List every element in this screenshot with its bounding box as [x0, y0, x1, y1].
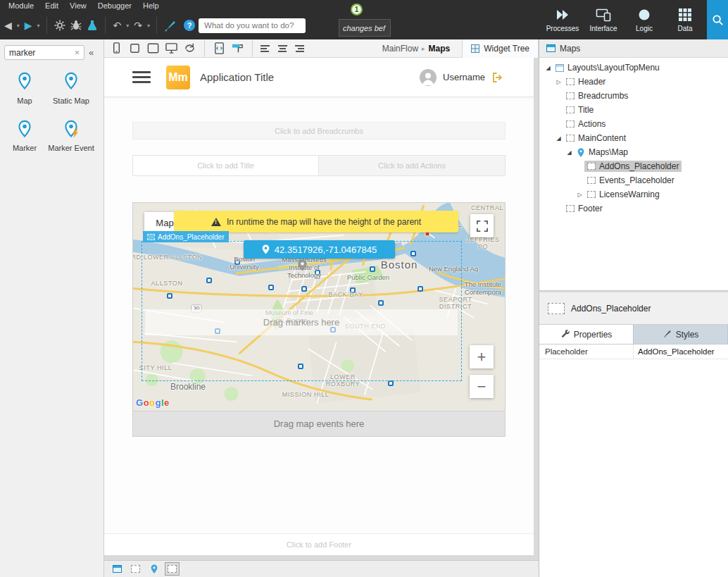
align-center-icon[interactable]	[277, 44, 288, 54]
search-button[interactable]	[707, 0, 728, 39]
forward-button[interactable]: ▶	[23, 19, 34, 32]
status-map-crumb-icon[interactable]	[146, 562, 161, 576]
addons-placeholder-tag[interactable]: AddOns_Placeholder	[143, 231, 229, 242]
tree-item-events-placeholder[interactable]: Events_Placeholder	[539, 173, 728, 187]
tree-item-actions[interactable]: Actions	[539, 117, 728, 131]
nav-interface-button[interactable]: Interface	[583, 0, 624, 39]
redo-button[interactable]: ↷	[132, 19, 144, 32]
menu-module[interactable]: Module	[4, 1, 38, 11]
pending-changes-badge[interactable]: 1	[351, 4, 363, 15]
tab-properties[interactable]: Properties	[539, 325, 634, 344]
property-row-placeholder: PlaceholderAddOns_Placeholder	[539, 345, 728, 359]
status-addons-crumb-icon[interactable]	[165, 562, 180, 576]
help-search-input[interactable]	[199, 18, 306, 33]
desktop-preview-button[interactable]	[165, 42, 178, 55]
toolbox-item-map[interactable]: Map	[1, 66, 48, 113]
undo-button[interactable]: ↶	[112, 19, 123, 32]
screen-canvas: Mm Application Title Username Click to a…	[104, 58, 539, 560]
tablet-preview-button[interactable]	[146, 42, 160, 55]
marker-coordinates-tooltip[interactable]: 42.3517926,-71.0467845	[244, 240, 395, 259]
back-button[interactable]: ◀	[3, 19, 13, 32]
tree-expander-icon[interactable]: ▷	[554, 79, 563, 85]
tree-expander-icon[interactable]: ◢	[544, 65, 553, 71]
nav-logic-button[interactable]: Logic	[624, 0, 665, 39]
menu-edit[interactable]: Edit	[41, 1, 63, 11]
toolbox-item-marker[interactable]: Marker	[1, 113, 48, 161]
google-logo: Google	[136, 397, 170, 408]
style-brush-icon[interactable]	[163, 19, 176, 32]
placeholder-icon	[147, 234, 155, 240]
menu-view[interactable]: View	[65, 1, 91, 11]
map-pin-event-icon	[61, 119, 81, 142]
app-title[interactable]: Application Title	[200, 71, 274, 83]
menu-hamburger-icon[interactable]	[132, 68, 151, 86]
zoom-out-button[interactable]: −	[470, 375, 494, 398]
placeholder-icon	[587, 177, 596, 184]
tree-item-breadcrumbs[interactable]: Breadcrumbs	[539, 89, 728, 103]
collapse-toolbox-button[interactable]: «	[89, 47, 94, 58]
logout-icon[interactable]	[491, 71, 504, 84]
tree-item-title[interactable]: Title	[539, 103, 728, 117]
redo-history-dropdown[interactable]: ▾	[147, 23, 150, 29]
nav-data-button[interactable]: Data	[665, 0, 705, 39]
markers-dropzone[interactable]: Drag markers here	[145, 309, 458, 335]
footer-placeholder[interactable]: Click to add Footer	[104, 533, 534, 555]
tree-item-addons-placeholder[interactable]: AddOns_Placeholder	[539, 159, 728, 173]
events-placeholder[interactable]: Drag map events here	[132, 411, 506, 437]
tree-expander-icon[interactable]: ◢	[565, 149, 574, 156]
debug-bug-icon[interactable]	[70, 19, 82, 32]
screen-preview[interactable]: Mm Application Title Username Click to a…	[104, 58, 534, 555]
actions-placeholder[interactable]: Click to add Actions	[318, 155, 506, 176]
small-tablet-preview-button[interactable]	[128, 42, 142, 55]
app-logo[interactable]: Mm	[166, 66, 190, 89]
nav-processes-button[interactable]: Processes	[542, 0, 583, 39]
tree-item-licensewarning[interactable]: ▷LicenseWarning	[539, 187, 728, 201]
paint-roller-icon[interactable]	[231, 42, 244, 55]
tree-item-maincontent[interactable]: ◢MainContent	[539, 131, 728, 145]
layout-icon	[556, 64, 564, 72]
property-value[interactable]: AddOns_Placeholder	[634, 345, 728, 359]
zoom-in-button[interactable]: +	[470, 345, 494, 368]
map-pin-icon	[15, 71, 34, 94]
menu-help[interactable]: Help	[139, 1, 163, 11]
forward-history-dropdown[interactable]: ▾	[37, 23, 40, 29]
placeholder-icon	[587, 191, 596, 198]
widget-tree-panel-header[interactable]: Maps	[539, 39, 728, 58]
placeholder-icon	[566, 205, 575, 212]
align-left-icon[interactable]	[261, 44, 272, 54]
breadcrumb-flow[interactable]: MainFlow	[382, 44, 418, 54]
user-info[interactable]: Username	[420, 69, 504, 86]
fullscreen-button[interactable]	[470, 214, 494, 237]
top-bar: ModuleEditViewDebuggerHelp ◀▾ ▶▾ ↶▾ ↷▾ ?…	[0, 0, 728, 39]
tree-item-maps-map[interactable]: ◢Maps\Map	[539, 145, 728, 159]
rotate-preview-button[interactable]	[183, 42, 196, 55]
flask-icon[interactable]	[86, 19, 99, 32]
status-screen-crumb-icon[interactable]	[110, 562, 125, 576]
tab-styles[interactable]: Styles	[634, 325, 728, 344]
clear-search-icon[interactable]: ×	[75, 48, 80, 58]
css-editor-icon[interactable]	[213, 42, 226, 55]
toolbox-item-static-map[interactable]: Static Map	[48, 66, 94, 113]
breadcrumb-screen[interactable]: Maps	[429, 44, 451, 54]
tree-expander-icon[interactable]: ◢	[554, 135, 563, 142]
phone-preview-button[interactable]	[110, 42, 123, 55]
widget-tree-tab[interactable]: Widget Tree	[462, 39, 539, 58]
title-placeholder[interactable]: Click to add Title	[132, 155, 319, 176]
map-marker-pin[interactable]	[298, 259, 307, 274]
breadcrumbs-placeholder[interactable]: Click to add Breadcrumbs	[132, 122, 506, 139]
undo-history-dropdown[interactable]: ▾	[126, 23, 129, 29]
toolbox-search-input[interactable]: marker ×	[4, 45, 84, 60]
status-content-crumb-icon[interactable]	[128, 562, 143, 576]
align-right-icon[interactable]	[293, 44, 304, 54]
settings-gear-icon[interactable]	[54, 19, 66, 32]
tree-item-layouts-layouttopmenu[interactable]: ◢Layouts\LayoutTopMenu	[539, 61, 728, 75]
map-widget[interactable]: BUNKER HILLCENTRALEASTJEFFRIES PORD LOWE…	[132, 202, 506, 411]
app-header[interactable]: Mm Application Title Username	[104, 58, 534, 97]
back-history-dropdown[interactable]: ▾	[17, 23, 20, 29]
menu-debugger[interactable]: Debugger	[94, 1, 136, 11]
help-icon[interactable]: ?	[184, 20, 195, 31]
toolbox-item-marker-event[interactable]: Marker Event	[48, 113, 94, 161]
tree-item-header[interactable]: ▷Header	[539, 75, 728, 89]
tree-expander-icon[interactable]: ▷	[575, 192, 584, 198]
tree-item-footer[interactable]: Footer	[539, 201, 728, 216]
